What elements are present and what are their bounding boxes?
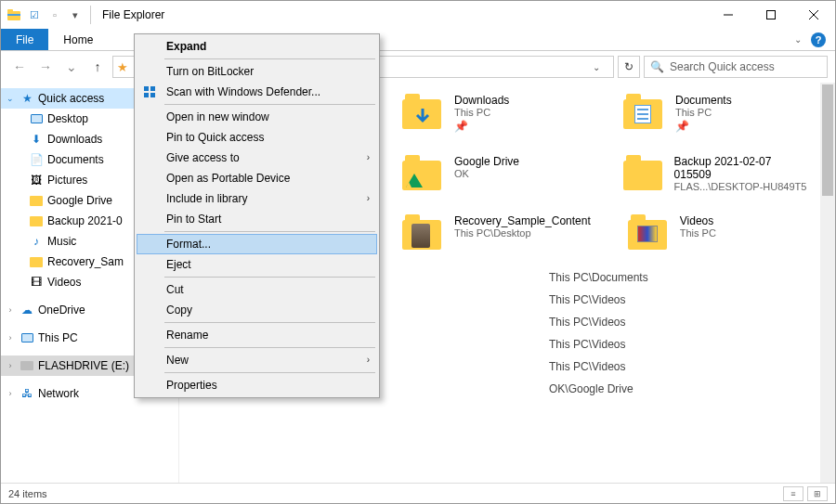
nav-back-button[interactable]: ← [8,56,31,78]
file-location: This PC\Documents [549,271,648,284]
chevron-right-icon[interactable]: › [5,305,16,315]
desktop-icon [31,114,43,123]
computer-icon [21,333,33,342]
shield-icon [142,84,157,99]
details-view-button[interactable]: ≡ [783,486,803,501]
ctx-format[interactable]: Format... [137,234,377,254]
ribbon-expand-icon[interactable]: ⌄ [794,34,802,45]
network-icon: 🖧 [20,386,34,401]
sidebar-item-label: Downloads [47,133,102,146]
menu-label: Properties [166,379,217,392]
folder-tile[interactable]: Backup 2021-02-07 015509FLAS...\DESKTOP-… [623,155,807,192]
search-input[interactable]: 🔍 Search Quick access [644,56,828,78]
chevron-right-icon: › [367,355,370,365]
address-dropdown-icon[interactable]: ⌄ [583,62,609,72]
menu-label: Include in library [166,192,247,205]
pin-icon: 📌 [454,118,509,133]
navigation-row: ← → ⌄ ↑ ★ ⌄ ↻ 🔍 Search Quick access [1,51,835,83]
qat-properties-icon[interactable]: ☑ [25,6,44,24]
chevron-right-icon[interactable]: › [5,333,16,342]
menu-label: Pin to Quick access [166,131,264,144]
help-icon[interactable]: ? [811,32,826,47]
ctx-cut[interactable]: Cut [137,279,377,300]
sidebar-item-label: Documents [47,153,104,166]
folder-tile[interactable]: Google DriveOK [402,155,586,192]
ctx-pin-quick-access[interactable]: Pin to Quick access [137,127,377,148]
folder-name: Downloads [454,94,509,107]
context-menu: Expand Turn on BitLocker Scan with Windo… [134,33,380,398]
star-icon: ★ [20,91,34,106]
file-location: This PC\Videos [549,316,625,329]
sidebar-item-label: Quick access [38,92,104,105]
folder-tile[interactable]: VideosThis PC [628,214,807,252]
ctx-properties[interactable]: Properties [137,375,377,395]
svg-rect-2 [7,14,20,16]
ctx-expand[interactable]: Expand [137,36,377,57]
nav-history-button[interactable]: ⌄ [60,56,83,78]
qat-customize-icon[interactable]: ▾ [66,6,85,24]
menu-label: Copy [166,304,192,317]
scrollbar-thumb[interactable] [822,84,833,196]
minimize-button[interactable] [707,1,750,29]
folder-icon [29,254,44,269]
ctx-pin-start[interactable]: Pin to Start [137,209,377,229]
nav-up-button[interactable]: ↑ [86,56,109,78]
sidebar-item-label: Google Drive [47,194,112,207]
scrollbar[interactable] [820,83,835,483]
folder-icon [402,94,443,131]
window-controls [707,1,835,29]
ctx-open-new-window[interactable]: Open in new window [137,107,377,127]
ctx-defender[interactable]: Scan with Windows Defender... [137,82,377,102]
folder-name: Backup 2021-02-07 015509 [674,155,807,181]
folder-location: This PC [680,227,716,239]
folder-tile[interactable]: DocumentsThis PC📌 [623,94,807,133]
chevron-down-icon[interactable]: ⌄ [5,94,16,103]
separator [164,277,375,278]
separator [164,322,375,323]
download-icon: ⬇ [29,132,44,147]
folder-tile[interactable]: DownloadsThis PC📌 [402,94,586,133]
ctx-give-access[interactable]: Give access to› [137,148,377,168]
menu-label: New [166,354,189,367]
folder-name: Recovery_Sample_Content [454,214,591,227]
maximize-button[interactable] [750,1,792,29]
ctx-new[interactable]: New› [137,350,377,370]
sidebar-item-label: Backup 2021-0 [47,214,123,227]
folder-location: This PC\Desktop [454,227,591,239]
separator [164,372,375,373]
ctx-portable-device[interactable]: Open as Portable Device [137,168,377,188]
ctx-bitlocker[interactable]: Turn on BitLocker [137,61,377,82]
tab-file[interactable]: File [1,29,48,50]
tab-home[interactable]: Home [48,29,108,50]
nav-forward-button[interactable]: → [34,56,57,78]
item-count: 24 items [8,488,47,499]
ctx-include-library[interactable]: Include in library› [137,188,377,209]
menu-label: Expand [166,40,206,53]
ctx-rename[interactable]: Rename [137,325,377,345]
window-title: File Explorer [102,8,164,21]
chevron-right-icon[interactable]: › [5,389,16,398]
pin-icon: 📌 [675,118,732,133]
chevron-right-icon: › [367,193,370,203]
folder-tile[interactable]: Recovery_Sample_ContentThis PC\Desktop [402,214,591,252]
menu-label: Scan with Windows Defender... [166,85,320,98]
close-button[interactable] [792,1,835,29]
qat-new-folder-icon[interactable]: ▫ [46,6,64,24]
sidebar-item-label: Recovery_Sam [47,255,124,268]
folder-location: This PC [454,107,509,118]
sidebar-item-label: Network [38,387,79,400]
search-placeholder: Search Quick access [670,60,775,73]
menu-label: Give access to [166,151,240,164]
search-icon: 🔍 [650,60,664,73]
music-icon: ♪ [29,234,44,249]
folder-icon [623,94,664,131]
refresh-button[interactable]: ↻ [618,56,640,78]
app-icon [5,6,23,24]
chevron-right-icon[interactable]: › [5,361,16,370]
ctx-eject[interactable]: Eject [137,254,377,275]
ctx-copy[interactable]: Copy [137,300,377,320]
menu-label: Turn on BitLocker [166,65,254,78]
icons-view-button[interactable]: ⊞ [807,486,828,501]
sidebar-item-label: FLASHDRIVE (E:) [38,359,129,372]
separator [164,58,375,59]
